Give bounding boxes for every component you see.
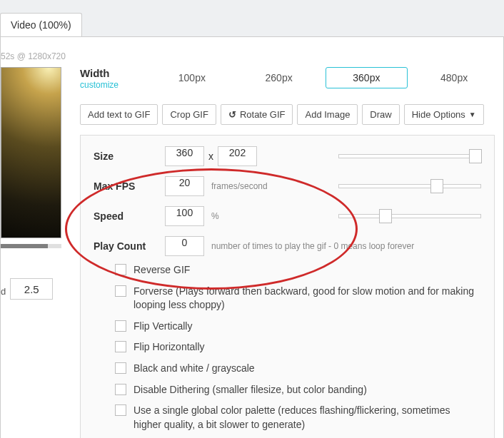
hide-options-button[interactable]: Hide Options ▼	[404, 104, 484, 125]
speed-slider[interactable]	[338, 214, 481, 218]
fliph-label: Flip Horizontally	[133, 340, 205, 355]
video-thumbnail[interactable]	[1, 67, 61, 238]
size-label: Size	[94, 151, 165, 162]
rotate-button[interactable]: ↻Rotate GIF	[221, 104, 293, 125]
preview-column: d 2.5	[1, 67, 69, 438]
customize-link[interactable]: customize	[80, 80, 119, 90]
duration-input[interactable]: 2.5	[10, 278, 53, 300]
size-height-input[interactable]: 202	[218, 146, 257, 166]
size-x: x	[208, 151, 213, 162]
playcount-label: Play Count	[94, 240, 165, 252]
playcount-input[interactable]: 0	[165, 236, 204, 256]
size-width-input[interactable]: 360	[165, 146, 204, 166]
duration-prefix: d	[1, 286, 6, 297]
reverse-checkbox[interactable]	[115, 264, 126, 275]
fps-slider[interactable]	[338, 184, 481, 188]
width-label: Width customize	[80, 67, 151, 90]
add-text-button[interactable]: Add text to GIF	[80, 104, 158, 125]
add-image-button[interactable]: Add Image	[297, 104, 358, 125]
flip-vertically-checkbox[interactable]	[115, 320, 126, 332]
draw-button[interactable]: Draw	[362, 104, 399, 125]
playcount-note: number of times to play the gif - 0 mean…	[211, 241, 481, 251]
flipv-label: Flip Vertically	[133, 320, 192, 334]
width-100[interactable]: 100px	[151, 68, 233, 88]
forverse-label: Forverse (Plays forward then backward, g…	[133, 285, 476, 312]
main-panel: 52s @ 1280x720 d 2.5 Width customize 100…	[0, 36, 504, 438]
speed-input[interactable]: 100	[165, 206, 204, 226]
disable-dithering-checkbox[interactable]	[115, 384, 126, 395]
speed-label: Speed	[94, 210, 165, 222]
size-slider[interactable]	[338, 154, 481, 158]
tab-video[interactable]: Video (100%)	[0, 13, 82, 36]
width-480[interactable]: 480px	[413, 68, 495, 88]
fps-label: Max FPS	[94, 180, 165, 192]
width-360[interactable]: 360px	[326, 67, 408, 88]
options-panel: Size 360 x 202 Max FPS 20 frames/second …	[80, 135, 495, 438]
rotate-icon: ↻	[228, 109, 236, 120]
video-meta: 52s @ 1280x720	[1, 51, 495, 61]
forverse-checkbox[interactable]	[115, 285, 126, 297]
fps-note: frames/second	[211, 181, 338, 191]
palette-label: Use a single global color palette (reduc…	[133, 404, 476, 432]
grayscale-checkbox[interactable]	[115, 362, 126, 374]
bw-label: Black and white / grayscale	[133, 362, 255, 376]
width-260[interactable]: 260px	[238, 68, 320, 88]
fps-input[interactable]: 20	[165, 176, 204, 196]
speed-note: %	[211, 211, 338, 221]
chevron-down-icon: ▼	[469, 111, 476, 118]
crop-button[interactable]: Crop GIF	[162, 104, 216, 125]
global-palette-checkbox[interactable]	[115, 404, 126, 416]
flip-horizontally-checkbox[interactable]	[115, 341, 126, 352]
reverse-label: Reverse GIF	[133, 263, 190, 277]
dither-label: Disable Dithering (smaller filesize, but…	[133, 383, 367, 397]
